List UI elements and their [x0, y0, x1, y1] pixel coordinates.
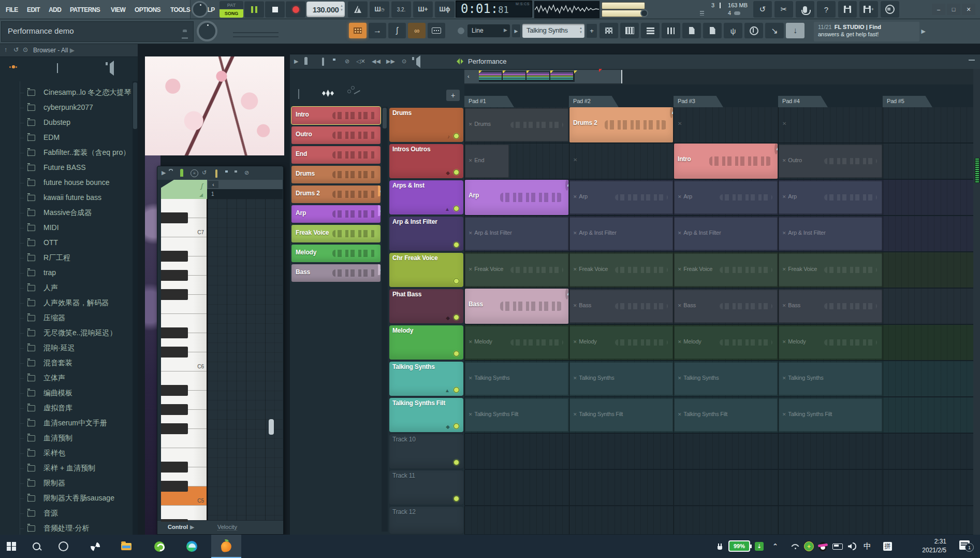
- undo-button[interactable]: ↺: [753, 1, 772, 18]
- cortana-button[interactable]: [52, 535, 75, 558]
- bpm-spinner[interactable]: ▲▼: [340, 4, 343, 12]
- fl-studio-taskbar-button[interactable]: [211, 535, 241, 558]
- pl-zoom-icon[interactable]: ⊙: [402, 58, 406, 65]
- hint-bar[interactable]: 11/21FL STUDIO | Find answers & get help…: [814, 22, 919, 41]
- portamento-button[interactable]: ʃ: [388, 23, 406, 38]
- taskbar-clock[interactable]: 2:31 2021/2/5: [907, 537, 946, 555]
- pat-mode-button[interactable]: PAT: [220, 1, 243, 9]
- playlist-clip[interactable]: ✕Arp: [569, 181, 673, 214]
- browser-item[interactable]: 虚拟音库: [0, 401, 133, 416]
- browser-item[interactable]: Fabfilter..套装（含eq pro）: [0, 146, 133, 161]
- playlist-clip[interactable]: ✕Arp & Inst Filter: [674, 217, 778, 250]
- performance-target-selector[interactable]: Talking Synths ▲▼: [522, 24, 584, 38]
- browser-item[interactable]: 音频处理·分析: [0, 521, 133, 535]
- playlist-clip[interactable]: Arp: [465, 180, 568, 215]
- piano-roll-titlebar[interactable]: ▶ ≡ ↺ ⊘: [157, 166, 283, 180]
- browser-item[interactable]: kawaii future bass: [0, 191, 133, 206]
- pr-scroll-back[interactable]: ‹: [208, 181, 218, 188]
- source-clip[interactable]: End: [291, 146, 381, 164]
- close-button[interactable]: ✕: [962, 4, 975, 15]
- target-spinner[interactable]: ▲▼: [579, 26, 582, 35]
- browser-item[interactable]: 血清预制: [0, 431, 133, 446]
- track-header-7[interactable]: Melody: [389, 325, 463, 360]
- plugin-database-button[interactable]: ψ: [724, 23, 742, 38]
- browser-item[interactable]: 混音套装: [0, 356, 133, 371]
- black-key[interactable]: [161, 385, 188, 396]
- pr-menu-icon[interactable]: ≡: [191, 169, 198, 177]
- menu-edit[interactable]: EDIT: [27, 6, 40, 13]
- time-display[interactable]: 0:01:81 M:S:CS: [456, 1, 532, 18]
- browser-item[interactable]: future house bounce: [0, 176, 133, 191]
- black-key[interactable]: [161, 404, 188, 415]
- empty-clip-slot[interactable]: ✕: [782, 121, 786, 126]
- track-led[interactable]: [454, 169, 459, 175]
- browser-item[interactable]: cyberpunk2077: [0, 101, 133, 116]
- pr-delete-icon[interactable]: ⊘: [244, 169, 249, 176]
- track-led[interactable]: [454, 460, 459, 465]
- arrangement-minimap[interactable]: ‹: [464, 70, 622, 83]
- velocity-tab[interactable]: Velocity: [217, 524, 237, 531]
- plugin-picker-button[interactable]: [703, 23, 722, 38]
- playlist-clip[interactable]: ✕Talking Synths Filt: [674, 398, 778, 432]
- source-clip[interactable]: Drums 2: [291, 185, 381, 203]
- pl-slip-icon[interactable]: [322, 59, 324, 65]
- action-center-button[interactable]: 1: [959, 540, 970, 550]
- piano-roll-channel-tab[interactable]: ʃ◢: [161, 180, 207, 199]
- browser-item[interactable]: 人声: [0, 281, 133, 296]
- loop-recording-button[interactable]: Шϕ: [435, 1, 455, 18]
- playlist-clip[interactable]: ✕Talking Synths Filt: [569, 398, 673, 432]
- battery-indicator[interactable]: 99%: [728, 540, 750, 552]
- browser-item[interactable]: EDM: [0, 131, 133, 146]
- source-clip[interactable]: Outro: [291, 126, 381, 144]
- link-notes-button[interactable]: ∞: [408, 23, 426, 38]
- track-header-1[interactable]: Drums♪: [389, 108, 463, 142]
- minimize-button[interactable]: –: [932, 4, 945, 15]
- empty-clip-slot[interactable]: ✕: [678, 121, 682, 126]
- playlist-clip[interactable]: ✕Talking Synths: [465, 362, 568, 395]
- track-header-12[interactable]: Track 12: [389, 507, 463, 534]
- mini-knob[interactable]: [458, 27, 464, 34]
- playlist-clip[interactable]: ✕Melody: [465, 326, 568, 359]
- power-settings-tray-icon[interactable]: [832, 535, 843, 558]
- playlist-clip[interactable]: ✕Freak Voice: [779, 253, 882, 287]
- playlist-clip[interactable]: ✕Drums: [465, 108, 568, 141]
- track-header-6[interactable]: Phat Bass◆: [389, 289, 463, 323]
- playlist-clip[interactable]: Intro: [674, 144, 778, 179]
- track-led[interactable]: [454, 496, 459, 502]
- playlist-clip[interactable]: ✕Bass: [779, 290, 882, 323]
- browser-item[interactable]: MIDI: [0, 221, 133, 236]
- track-header-5[interactable]: Chr Freak Voice: [389, 253, 463, 287]
- pl-select-icon[interactable]: ▶▶: [386, 58, 395, 65]
- playlist-scrollbar[interactable]: [973, 69, 980, 535]
- piano-roll-grid[interactable]: [208, 199, 283, 522]
- pr-options-icon[interactable]: ▶: [162, 169, 166, 176]
- edge-button[interactable]: [180, 535, 203, 558]
- browser-item[interactable]: R厂工程: [0, 251, 133, 266]
- track-led[interactable]: [454, 314, 459, 320]
- track-led[interactable]: [454, 206, 459, 211]
- playlist-clip[interactable]: ✕Melody: [779, 326, 882, 359]
- browser-item[interactable]: Dubstep: [0, 116, 133, 131]
- mixer-button[interactable]: [662, 23, 680, 38]
- source-clip[interactable]: Melody: [291, 245, 381, 262]
- wifi-tray-icon[interactable]: [791, 535, 799, 558]
- track-led[interactable]: [454, 278, 459, 284]
- playlist-clip[interactable]: ✕Freak Voice: [465, 253, 568, 287]
- source-clip[interactable]: Freak Voice: [291, 225, 381, 242]
- typing-keyboard-button[interactable]: [428, 23, 445, 38]
- save-button[interactable]: [838, 1, 857, 18]
- black-key[interactable]: [161, 347, 188, 357]
- save-new-version-button[interactable]: +: [859, 1, 878, 18]
- browser-header[interactable]: ↑ ↺ ⊙ Browser - All ▶: [0, 44, 138, 57]
- pl-delete-icon[interactable]: ⊘: [345, 58, 349, 65]
- qq-tray-icon[interactable]: [819, 535, 827, 558]
- playlist-clip[interactable]: ✕Bass: [569, 290, 673, 323]
- tool-dropdown[interactable]: Line▶: [467, 24, 510, 37]
- playlist-clip[interactable]: ✕Arp & Inst Filter: [779, 217, 882, 250]
- tab-audio-clips[interactable]: [322, 90, 334, 97]
- track-header-8[interactable]: Talking Synths▲: [389, 362, 463, 396]
- pl-slide-icon[interactable]: ◀◀: [372, 58, 381, 65]
- playlist-clip[interactable]: ✕Talking Synths: [779, 362, 882, 395]
- browser-item[interactable]: Cinesamp..lo 冬之恋大提琴: [0, 85, 133, 101]
- play-pause-button[interactable]: [244, 1, 264, 18]
